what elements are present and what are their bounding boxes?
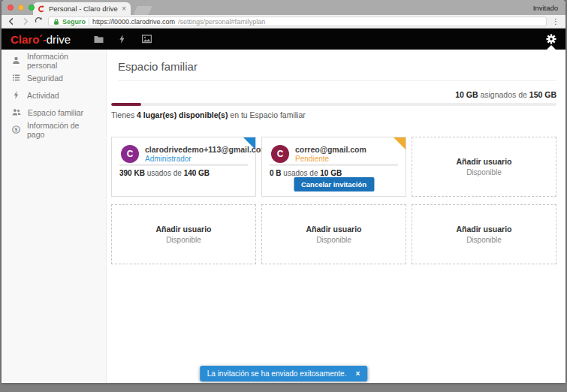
sidebar-item-informacion-personal[interactable]: Información personal: [2, 52, 106, 69]
tab-close-icon[interactable]: ×: [122, 5, 126, 13]
app-body: Información personal Seguridad Actividad…: [2, 50, 565, 383]
app-header: Claro´-drive: [2, 29, 565, 50]
browser-url-bar: Seguro https://l0000.clarodrive.com/sett…: [2, 15, 565, 29]
quota-connector: asignados de: [480, 90, 526, 99]
toast-message: La invitación se ha enviado exitosamente…: [207, 369, 347, 378]
reload-icon[interactable]: [35, 17, 43, 26]
family-storage-progress-fill: [111, 103, 141, 106]
add-user-slot[interactable]: Añadir usuario Disponible: [111, 204, 256, 264]
sidebar-item-label: Actividad: [27, 91, 59, 100]
add-user-label: Añadir usuario: [306, 225, 361, 234]
browser-tab-bar: Personal - Claro drive × Invitado: [2, 0, 565, 15]
corner-flag-orange: [394, 137, 406, 149]
usage-used: 0 B: [270, 169, 282, 177]
usage-connector: usados de: [283, 169, 318, 177]
add-user-label: Añadir usuario: [155, 225, 211, 234]
add-user-slot[interactable]: Añadir usuario Disponible: [412, 204, 556, 264]
clarodrive-logo: Claro´-drive: [11, 33, 71, 46]
member-usage-text: 0 B usados de 10 GB: [270, 169, 342, 177]
maximize-window-button[interactable]: [29, 5, 35, 11]
member-usage-bar: [119, 164, 248, 166]
main-content: Espacio familiar 10 GB asignados de 150 …: [107, 50, 565, 383]
window-controls: [8, 5, 35, 11]
success-toast: La invitación se ha enviado exitosamente…: [200, 366, 368, 381]
lock-icon: [53, 18, 59, 26]
page-title: Espacio familiar: [118, 60, 556, 81]
logo-drive-text: drive: [47, 33, 71, 46]
sidebar-item-espacio-familiar[interactable]: Espacio familiar: [2, 104, 106, 121]
availability-text: Tienes 4 lugar(es) disponible(s) en tu E…: [111, 110, 556, 119]
slot-status-label: Disponible: [466, 168, 502, 176]
address-bar[interactable]: Seguro https://l0000.clarodrive.com/sett…: [48, 17, 547, 26]
back-icon[interactable]: [8, 17, 16, 26]
settings-gear-icon[interactable]: [546, 34, 556, 44]
add-user-slot[interactable]: Añadir usuario Disponible: [261, 204, 406, 264]
bolt-icon: [12, 91, 20, 99]
quota-summary: 10 GB asignados de 150 GB: [111, 90, 556, 99]
payment-icon: $: [12, 125, 20, 134]
add-user-slot[interactable]: Añadir usuario Disponible: [412, 137, 556, 197]
list-icon: [12, 74, 20, 82]
sidebar-item-label: Seguridad: [27, 74, 63, 83]
settings-sidebar: Información personal Seguridad Actividad…: [2, 50, 107, 383]
sidebar-item-label: Información personal: [27, 52, 95, 70]
quota-total: 150 GB: [529, 90, 556, 99]
avatar: C: [121, 145, 139, 163]
screen: Personal - Claro drive × Invitado Seguro…: [0, 0, 567, 392]
member-card-pending: C correo@gmail.com Pendiente 0 B usados …: [261, 137, 406, 197]
member-email: clarodrivedemo+113@gmail.com: [145, 145, 267, 154]
availability-count: 4 lugar(es) disponible(s): [137, 110, 228, 119]
usage-total: 140 GB: [184, 169, 210, 177]
forward-icon[interactable]: [21, 17, 29, 26]
url-domain: https://l0000.clarodrive.com: [92, 18, 175, 26]
member-usage-text: 390 KB usados de 140 GB: [119, 169, 210, 177]
member-role-badge: Administrador: [145, 155, 192, 163]
quota-assigned: 10 GB: [455, 90, 478, 99]
toast-close-icon[interactable]: ×: [355, 369, 360, 378]
slot-status-label: Disponible: [166, 236, 201, 244]
logo-claro-text: Claro: [11, 33, 39, 46]
usage-connector: usados de: [147, 169, 182, 177]
svg-text:$: $: [15, 127, 18, 133]
favicon-claro-icon: [38, 5, 45, 13]
sidebar-item-label: Información de pago: [27, 121, 95, 139]
cancel-invitation-button[interactable]: Cancelar invitación: [294, 177, 374, 191]
sidebar-item-label: Espacio familiar: [28, 108, 83, 117]
browser-window: Personal - Claro drive × Invitado Seguro…: [2, 0, 565, 383]
slot-status-label: Disponible: [316, 236, 351, 244]
browser-tab[interactable]: Personal - Claro drive ×: [33, 2, 131, 15]
users-icon: [12, 108, 21, 116]
browser-menu-icon[interactable]: ⋮: [552, 18, 559, 26]
person-icon: [12, 56, 20, 65]
files-folder-icon[interactable]: [94, 34, 104, 44]
activity-bolt-icon[interactable]: [118, 34, 128, 44]
member-email: correo@gmail.com: [295, 145, 366, 154]
availability-suffix: en tu Espacio familiar: [230, 110, 305, 119]
availability-prefix: Tienes: [111, 110, 134, 119]
new-tab-button[interactable]: [133, 6, 152, 15]
usage-used: 390 KB: [119, 169, 145, 177]
security-label: Seguro: [62, 18, 86, 26]
usage-total: 10 GB: [320, 169, 342, 177]
member-role-badge: Pendiente: [295, 155, 329, 163]
photos-icon[interactable]: [142, 34, 152, 44]
slot-status-label: Disponible: [466, 236, 502, 244]
omnibox-divider: [89, 18, 89, 25]
guest-profile-label: Invitado: [533, 4, 565, 12]
sidebar-item-informacion-de-pago[interactable]: $ Información de pago: [2, 121, 106, 138]
member-usage-bar: [270, 164, 398, 166]
close-window-button[interactable]: [8, 5, 14, 11]
avatar: C: [271, 145, 289, 163]
minimize-window-button[interactable]: [18, 5, 24, 11]
url-path: /settings/personal#familyplan: [178, 18, 265, 26]
sidebar-item-seguridad[interactable]: Seguridad: [2, 69, 106, 86]
add-user-label: Añadir usuario: [456, 225, 511, 234]
member-card-administrator: C clarodrivedemo+113@gmail.com Administr…: [111, 137, 256, 197]
tab-title: Personal - Claro drive: [49, 5, 118, 13]
logo-accent: ´-: [39, 34, 46, 46]
add-user-label: Añadir usuario: [456, 157, 511, 166]
sidebar-item-actividad[interactable]: Actividad: [2, 86, 106, 104]
family-members-grid: C clarodrivedemo+113@gmail.com Administr…: [111, 137, 556, 264]
family-storage-progressbar: [111, 103, 556, 106]
